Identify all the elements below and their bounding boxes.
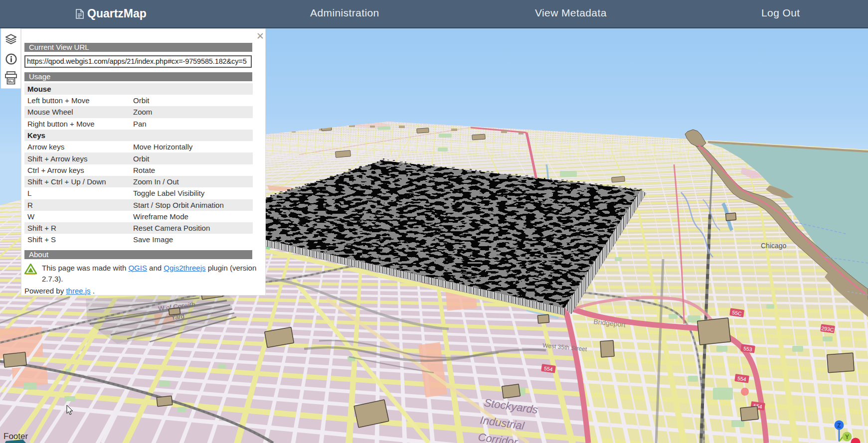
svg-text:Z: Z [837,422,841,429]
svg-text:553: 553 [743,345,752,352]
svg-text:554: 554 [737,375,746,382]
svg-text:Y: Y [845,434,849,441]
svg-text:Chicago: Chicago [761,242,787,250]
svg-text:554: 554 [543,365,553,372]
